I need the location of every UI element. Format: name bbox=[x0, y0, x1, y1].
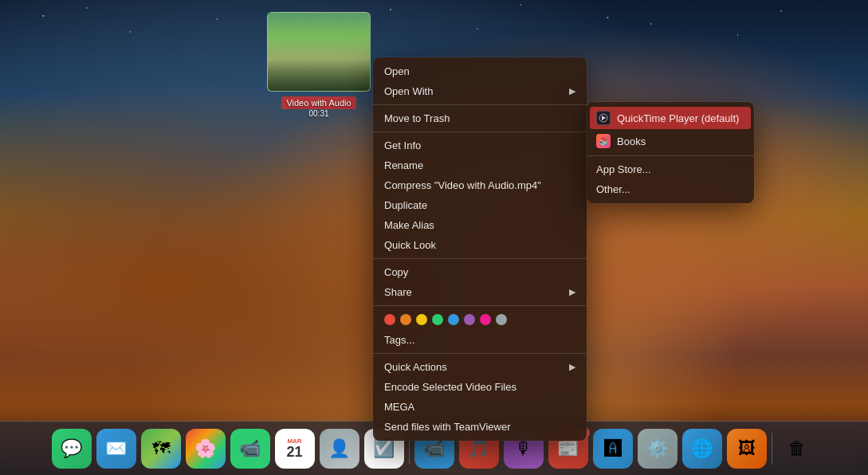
color-dot-blue[interactable] bbox=[448, 314, 459, 325]
color-dot-pink[interactable] bbox=[480, 314, 491, 325]
menu-item-open-label: Open bbox=[384, 65, 410, 77]
divider-3 bbox=[373, 258, 587, 259]
menu-item-make-alias[interactable]: Make Alias bbox=[373, 215, 587, 235]
dock-separator-2 bbox=[772, 433, 772, 465]
file-label: Video with Audio bbox=[281, 96, 355, 109]
submenu-item-quicktime[interactable]: QuickTime Player (default) bbox=[590, 107, 751, 129]
dock-icon-messages[interactable]: 💬 bbox=[52, 429, 92, 469]
dock-icon-photos[interactable]: 🌸 bbox=[186, 429, 226, 469]
file-duration: 00:31 bbox=[263, 109, 375, 118]
svg-marker-1 bbox=[602, 116, 606, 120]
menu-item-quicklook-label: Quick Look bbox=[384, 239, 436, 251]
submenu-item-other[interactable]: Other... bbox=[587, 179, 754, 199]
dock-icon-contacts[interactable]: 👤 bbox=[320, 429, 359, 469]
menu-item-rename[interactable]: Rename bbox=[373, 155, 587, 175]
color-dot-green[interactable] bbox=[432, 314, 443, 325]
menu-item-quick-actions[interactable]: Quick Actions ▶ bbox=[373, 357, 587, 377]
dock-icon-facetime[interactable]: 📹 bbox=[230, 429, 270, 469]
menu-item-mega-label: MEGA bbox=[384, 401, 414, 413]
menu-item-compress-label: Compress "Video with Audio.mp4" bbox=[384, 179, 541, 191]
color-dot-purple[interactable] bbox=[464, 314, 475, 325]
menu-item-trash-label: Move to Trash bbox=[384, 112, 450, 124]
menu-item-tags[interactable]: Tags... bbox=[373, 330, 587, 350]
menu-item-get-info[interactable]: Get Info bbox=[373, 135, 587, 155]
dock-icon-trash[interactable]: 🗑 bbox=[777, 429, 817, 469]
menu-item-quick-look[interactable]: Quick Look bbox=[373, 235, 587, 255]
menu-item-quickactions-label: Quick Actions bbox=[384, 361, 447, 373]
submenu-item-books[interactable]: 📚 Books bbox=[587, 130, 754, 152]
desktop-file[interactable]: Video with Audio 00:31 bbox=[263, 12, 375, 118]
menu-item-duplicate[interactable]: Duplicate bbox=[373, 195, 587, 215]
menu-item-copy[interactable]: Copy bbox=[373, 262, 587, 282]
menu-item-compress[interactable]: Compress "Video with Audio.mp4" bbox=[373, 175, 587, 195]
open-with-submenu: QuickTime Player (default) 📚 Books App S… bbox=[587, 102, 754, 203]
dock-icon-preview[interactable]: 🖼 bbox=[727, 429, 767, 469]
dock-icon-network[interactable]: 🌐 bbox=[682, 429, 722, 469]
calendar-day: 21 bbox=[286, 445, 302, 459]
menu-item-getinfo-label: Get Info bbox=[384, 139, 421, 151]
menu-item-teamviewer[interactable]: Send files with TeamViewer bbox=[373, 417, 587, 437]
color-dot-orange[interactable] bbox=[400, 314, 411, 325]
menu-item-share-label: Share bbox=[384, 286, 412, 298]
menu-item-mega[interactable]: MEGA bbox=[373, 397, 587, 417]
file-thumbnail-image bbox=[267, 12, 371, 92]
divider-5 bbox=[373, 353, 587, 354]
tag-color-dots bbox=[373, 309, 587, 330]
color-dot-gray[interactable] bbox=[496, 314, 507, 325]
menu-item-copy-label: Copy bbox=[384, 266, 408, 278]
menu-item-encode[interactable]: Encode Selected Video Files bbox=[373, 377, 587, 397]
color-dot-yellow[interactable] bbox=[416, 314, 427, 325]
dock-icon-calendar[interactable]: MAR 21 bbox=[275, 429, 315, 469]
quick-actions-arrow-icon: ▶ bbox=[569, 362, 575, 372]
share-arrow-icon: ▶ bbox=[569, 287, 575, 297]
open-with-arrow-icon: ▶ bbox=[569, 86, 575, 96]
menu-item-open[interactable]: Open bbox=[373, 61, 587, 81]
dock-icon-appstore[interactable]: 🅰 bbox=[593, 429, 633, 469]
submenu-item-appstore[interactable]: App Store... bbox=[587, 159, 754, 179]
menu-item-move-to-trash[interactable]: Move to Trash bbox=[373, 108, 587, 128]
menu-item-tags-label: Tags... bbox=[384, 334, 414, 346]
menu-item-open-with[interactable]: Open With ▶ QuickTime Player (default) 📚… bbox=[373, 81, 587, 101]
color-dot-red[interactable] bbox=[384, 314, 395, 325]
submenu-books-label: Books bbox=[617, 135, 646, 147]
divider-1 bbox=[373, 104, 587, 105]
menu-item-teamviewer-label: Send files with TeamViewer bbox=[384, 421, 511, 433]
dock-icon-maps[interactable]: 🗺 bbox=[141, 429, 181, 469]
menu-item-open-with-label: Open With bbox=[384, 85, 433, 97]
submenu-divider bbox=[587, 155, 754, 156]
submenu-other-label: Other... bbox=[596, 183, 630, 195]
dock-icon-settings[interactable]: ⚙️ bbox=[638, 429, 678, 469]
context-menu: Open Open With ▶ QuickTime Player (defau… bbox=[373, 57, 587, 441]
menu-item-encode-label: Encode Selected Video Files bbox=[384, 381, 516, 393]
divider-4 bbox=[373, 305, 587, 306]
menu-item-share[interactable]: Share ▶ bbox=[373, 282, 587, 302]
divider-2 bbox=[373, 132, 587, 132]
books-icon: 📚 bbox=[596, 134, 611, 148]
dock-icon-mail[interactable]: ✉️ bbox=[96, 429, 136, 469]
menu-item-rename-label: Rename bbox=[384, 159, 423, 171]
quicktime-icon bbox=[596, 111, 611, 125]
menu-item-makealias-label: Make Alias bbox=[384, 219, 434, 231]
submenu-appstore-label: App Store... bbox=[596, 163, 651, 175]
menu-item-duplicate-label: Duplicate bbox=[384, 199, 427, 211]
submenu-quicktime-label: QuickTime Player (default) bbox=[617, 112, 739, 124]
